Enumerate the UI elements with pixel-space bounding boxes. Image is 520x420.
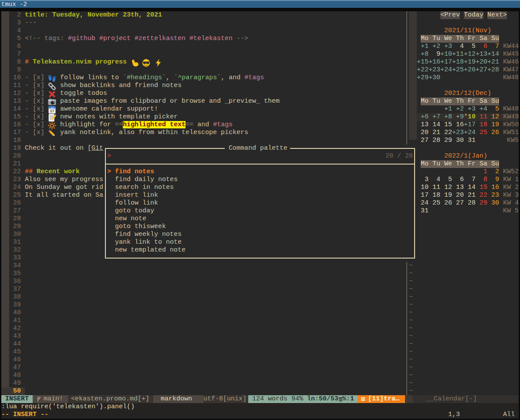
svg-text:July: July [51, 107, 54, 109]
svg-text:17: 17 [50, 109, 54, 113]
